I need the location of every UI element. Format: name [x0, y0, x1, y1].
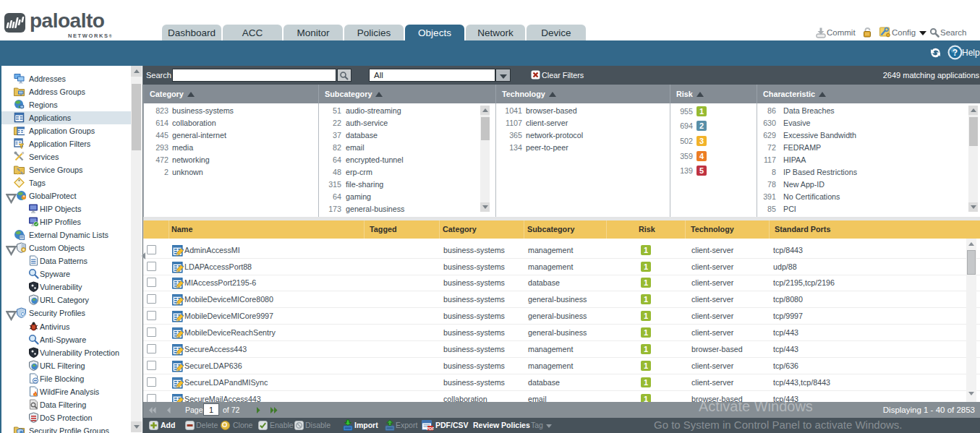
svg-text:?: ?: [953, 48, 958, 58]
svg-text:PDF: PDF: [427, 426, 435, 431]
